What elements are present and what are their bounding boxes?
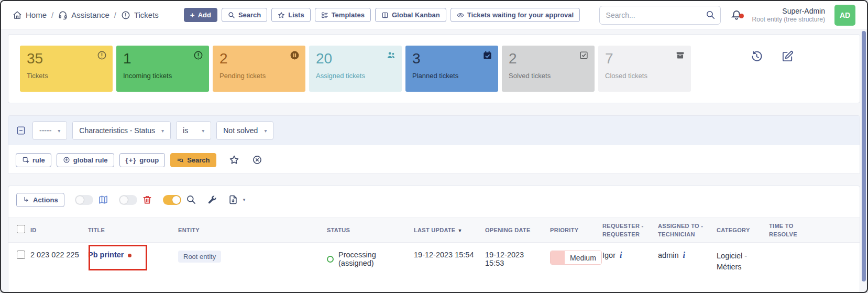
topbar-actions: + Add Search Lists Templates Global Kanb… (184, 8, 580, 22)
card-count: 2 (219, 50, 299, 67)
actions-button-label: Actions (33, 196, 58, 204)
scrollbar-thumb[interactable] (862, 31, 866, 281)
export-menu[interactable]: ▾ (228, 194, 246, 205)
braces-plus-icon: {+} (126, 156, 137, 164)
circle-plus-icon (63, 156, 70, 164)
card-assigned-tickets[interactable]: 20 Assigned tickets (309, 46, 402, 92)
card-tickets[interactable]: 35 Tickets (20, 46, 113, 92)
criteria-search-button[interactable]: Search (170, 153, 216, 167)
add-global-rule-button[interactable]: global rule (57, 153, 114, 167)
minus-square-icon[interactable] (16, 125, 26, 136)
search-icon[interactable] (186, 194, 196, 205)
templates-button[interactable]: Templates (315, 8, 371, 22)
header-opening-date[interactable]: OPENING DATE (481, 218, 546, 243)
group-button-label: group (139, 156, 159, 164)
file-download-icon (228, 194, 238, 205)
priority-label: Medium (565, 251, 601, 264)
header-entity[interactable]: ENTITY (174, 218, 323, 243)
templates-icon (321, 12, 328, 19)
header-category[interactable]: CATEGORY (712, 218, 765, 243)
global-search-input[interactable] (599, 6, 721, 25)
rule-button-label: rule (32, 156, 45, 164)
top-bar: Home / Assistance / Tickets + Add Search (1, 1, 867, 29)
criteria-buttons-row: rule global rule {+} group Search (8, 145, 860, 174)
card-count: 35 (27, 50, 106, 67)
breadcrumb-assistance[interactable]: Assistance (58, 10, 109, 20)
card-planned-tickets[interactable]: 3 Planned tickets (405, 46, 498, 92)
global-kanban-button[interactable]: Global Kanban (375, 8, 446, 22)
card-closed-tickets[interactable]: 7 Closed tickets (598, 46, 691, 92)
results-toolbar: Actions ▾ (8, 186, 860, 213)
templates-button-label: Templates (332, 11, 365, 19)
ticket-assigned-cell: admini (654, 243, 712, 278)
unread-dot-icon (128, 254, 131, 257)
card-label: Tickets (27, 72, 106, 80)
plus-icon: + (190, 10, 195, 19)
list-search-icon (177, 156, 184, 164)
add-group-button[interactable]: {+} group (119, 153, 166, 167)
breadcrumb-home[interactable]: Home (13, 10, 47, 20)
header-requester[interactable]: REQUESTER - REQUESTER (598, 218, 654, 243)
ticket-last-update-cell: 19-12-2023 15:54 (410, 243, 481, 278)
toggle-knob (120, 196, 128, 204)
edit-icon[interactable] (782, 50, 794, 62)
ticket-title-link[interactable]: Pb printer (88, 251, 124, 259)
add-rule-button[interactable]: rule (16, 153, 51, 167)
header-last-update[interactable]: LAST UPDATE▼ (410, 218, 481, 243)
search-button[interactable]: Search (222, 8, 267, 22)
logic-operator-select[interactable]: ----- ▾ (32, 121, 67, 140)
results-panel: Actions ▾ (8, 186, 860, 293)
add-button[interactable]: + Add (184, 8, 217, 22)
tickets-waiting-approval-label: Tickets waiting for your approval (467, 11, 574, 19)
criteria-condition-select[interactable]: is ▾ (176, 121, 211, 140)
user-menu[interactable]: Super-Admin Root entity (tree structure) (752, 7, 825, 23)
row-filler-cell (822, 243, 860, 278)
criteria-value-select[interactable]: Not solved ▾ (216, 121, 273, 140)
criteria-field-select[interactable]: Characteristics - Status ▾ (72, 121, 171, 140)
actions-button[interactable]: Actions (16, 193, 64, 207)
favorite-star-icon[interactable] (229, 155, 239, 165)
breadcrumb-tickets[interactable]: Tickets (121, 10, 159, 20)
header-title[interactable]: TITLE (84, 218, 174, 243)
ticket-id-cell: 2 023 022 225 (26, 243, 84, 278)
header-select-all[interactable] (8, 218, 26, 243)
add-button-label: Add (198, 11, 211, 19)
chevron-down-icon: ▾ (202, 128, 204, 134)
card-pending-tickets[interactable]: 2 Pending tickets (213, 46, 305, 92)
tickets-waiting-approval-button[interactable]: Tickets waiting for your approval (451, 8, 580, 22)
avatar[interactable]: AD (834, 5, 855, 26)
chevron-down-icon: ▾ (264, 128, 267, 134)
breadcrumb-separator: / (114, 10, 116, 19)
card-incoming-tickets[interactable]: 1 Incoming tickets (116, 46, 209, 92)
circle-x-icon[interactable] (252, 155, 262, 165)
notifications-button[interactable] (730, 9, 743, 21)
history-icon[interactable] (751, 50, 763, 62)
header-id[interactable]: ID (26, 218, 84, 243)
wrench-icon[interactable] (207, 194, 217, 205)
search-icon[interactable] (706, 10, 716, 20)
select-all-checkbox[interactable] (17, 225, 25, 233)
toggle-knob (76, 196, 84, 204)
header-assigned-to[interactable]: ASSIGNED TO - TECHNICIAN (654, 218, 712, 243)
header-priority[interactable]: PRIORITY (546, 218, 598, 243)
search-toggle[interactable] (163, 195, 181, 205)
select-value: Not solved (223, 126, 258, 135)
info-icon[interactable]: i (683, 251, 685, 259)
header-time-to-resolve[interactable]: TIME TO RESOLVE (765, 218, 822, 243)
map-toggle[interactable] (75, 195, 93, 205)
global-kanban-button-label: Global Kanban (392, 11, 440, 19)
info-icon[interactable]: i (620, 251, 622, 259)
table-header-row: ID TITLE ENTITY STATUS LAST UPDATE▼ OPEN… (8, 218, 860, 243)
search-button-label: Search (238, 11, 261, 19)
row-checkbox[interactable] (17, 251, 25, 259)
trash-icon (142, 194, 152, 205)
card-solved-tickets[interactable]: 2 Solved tickets (502, 46, 595, 92)
square-plus-icon (22, 156, 29, 164)
header-filler (822, 218, 860, 243)
ticket-requester-cell: Igori (598, 243, 654, 278)
lists-button[interactable]: Lists (271, 8, 310, 22)
status-text: Processing (assigned) (338, 251, 405, 267)
card-count: 1 (123, 50, 202, 67)
header-status[interactable]: STATUS (323, 218, 410, 243)
deleted-toggle[interactable] (119, 195, 137, 205)
